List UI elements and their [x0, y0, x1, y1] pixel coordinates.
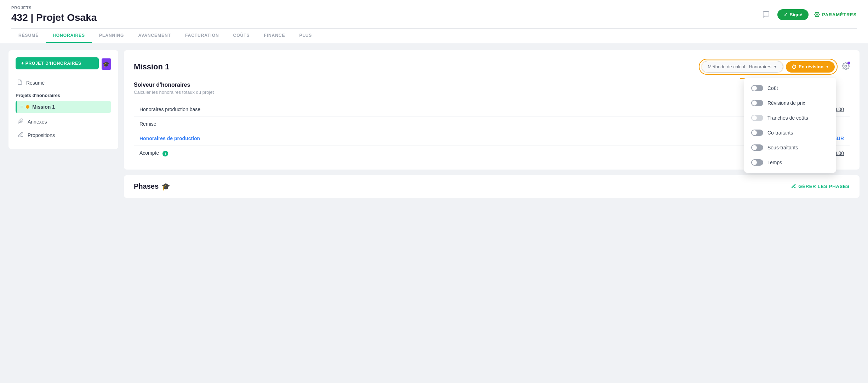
row-label: Acompte i — [134, 146, 564, 161]
tab-resume[interactable]: RÉSUMÉ — [11, 29, 46, 43]
mission-card: Mission 1 Méthode de calcul : Honoraires… — [124, 50, 860, 170]
table-row: Honoraires production base 200 000.00 — [134, 102, 850, 117]
document-icon — [17, 79, 23, 86]
gerer-phases-button[interactable]: GÉRER LES PHASES — [791, 183, 850, 189]
dropdown-menu: Coût Révisions de prix Tranches de coûts — [744, 78, 836, 173]
sidebar-item-propositions[interactable]: Propositions — [16, 128, 111, 142]
dropdown-item-cotraitants[interactable]: Co-traitants — [744, 125, 836, 140]
tab-facturation[interactable]: FACTURATION — [178, 29, 226, 43]
drag-handle-icon: ≡ — [20, 104, 23, 110]
puzzle-icon — [17, 118, 24, 125]
mission-header: Mission 1 Méthode de calcul : Honoraires… — [134, 59, 850, 75]
toggle-tranches[interactable] — [751, 115, 763, 121]
highlight-box: Méthode de calcul : Honoraires ▼ ⏱ En ré… — [699, 59, 838, 75]
sidebar: + PROJET D'HONORAIRES 🎓 Résumé Projets d… — [8, 50, 118, 149]
toggle-cotraitants[interactable] — [751, 130, 763, 136]
table-row: Acompte i 0.00 — [134, 146, 850, 161]
solveur-subtitle: Calculer les honoraires totaux du projet — [134, 90, 850, 95]
svg-point-3 — [845, 65, 847, 67]
check-icon: ✓ — [784, 12, 788, 17]
purple-notification-dot — [847, 62, 850, 64]
mission-status-dot — [26, 105, 29, 109]
honoraires-table: Honoraires production base 200 000.00 Re… — [134, 102, 850, 161]
phases-title-row: Phases 🎓 — [134, 182, 170, 191]
tab-honoraires[interactable]: HONORAIRES — [46, 29, 92, 43]
content-area: Mission 1 Méthode de calcul : Honoraires… — [124, 50, 860, 362]
en-revision-button[interactable]: ⏱ En révision ▼ — [786, 61, 835, 73]
dropdown-item-tranches[interactable]: Tranches de coûts — [744, 110, 836, 125]
phases-card: Phases 🎓 GÉRER LES PHASES — [124, 175, 860, 198]
page-title: 432 | Projet Osaka — [11, 12, 97, 23]
table-row: Remise — [134, 117, 850, 131]
dropdown-item-cout[interactable]: Coût — [744, 81, 836, 96]
tab-couts[interactable]: COÛTS — [226, 29, 257, 43]
tab-finance[interactable]: FINANCE — [257, 29, 292, 43]
page-header: PROJETS 432 | Projet Osaka ✓ Signé PARAM… — [0, 0, 868, 43]
main-layout: + PROJET D'HONORAIRES 🎓 Résumé Projets d… — [0, 43, 868, 370]
sidebar-projects-title: Projets d'honoraires — [16, 93, 111, 98]
mission-settings-button[interactable] — [842, 62, 850, 71]
tab-planning[interactable]: PLANNING — [92, 29, 131, 43]
sidebar-item-annexes[interactable]: Annexes — [16, 115, 111, 128]
phases-hat-icon: 🎓 — [161, 182, 170, 191]
tab-plus[interactable]: PLUS — [292, 29, 319, 43]
chat-icon[interactable] — [760, 9, 772, 20]
title-row: PROJETS 432 | Projet Osaka ✓ Signé PARAM… — [11, 6, 857, 28]
row-label-link[interactable]: Honoraires de production — [134, 131, 564, 146]
signed-button[interactable]: ✓ Signé — [777, 9, 809, 20]
row-label: Honoraires production base — [134, 102, 564, 117]
sidebar-item-mission1[interactable]: ≡ Mission 1 — [16, 101, 111, 113]
table-row: Honoraires de production 200 000.00 EUR — [134, 131, 850, 146]
pencil-icon-gerer — [791, 183, 796, 189]
chevron-down-icon: ▼ — [773, 65, 777, 69]
sidebar-item-resume[interactable]: Résumé — [16, 76, 111, 89]
chevron-down-icon-revision: ▼ — [826, 65, 829, 69]
dropdown-item-soustraitants[interactable]: Sous-traitants — [744, 140, 836, 155]
info-icon[interactable]: i — [162, 151, 168, 156]
add-project-button[interactable]: + PROJET D'HONORAIRES — [16, 57, 99, 69]
dropdown-item-revisions[interactable]: Révisions de prix — [744, 96, 836, 110]
breadcrumb: PROJETS — [11, 6, 97, 10]
graduation-hat-icon[interactable]: 🎓 — [102, 58, 111, 70]
gear-icon — [814, 12, 820, 17]
title-section: PROJETS 432 | Projet Osaka — [11, 6, 97, 23]
tab-avancement[interactable]: AVANCEMENT — [131, 29, 178, 43]
header-actions: ✓ Signé PARAMÈTRES — [760, 9, 857, 20]
sidebar-btn-row: + PROJET D'HONORAIRES 🎓 — [16, 57, 111, 71]
solveur-title: Solveur d'honoraires — [134, 82, 850, 88]
mission-title: Mission 1 — [134, 62, 169, 72]
svg-point-0 — [816, 14, 818, 15]
phases-title: Phases — [134, 182, 159, 190]
row-label: Remise — [134, 117, 564, 131]
dropdown-item-temps[interactable]: Temps — [744, 155, 836, 170]
pencil-icon — [17, 132, 24, 139]
solveur-section: Solveur d'honoraires Calculer les honora… — [134, 82, 850, 95]
toggle-revisions[interactable] — [751, 100, 763, 106]
methode-calcul-button[interactable]: Méthode de calcul : Honoraires ▼ — [702, 61, 783, 73]
nav-tabs: RÉSUMÉ HONORAIRES PLANNING AVANCEMENT FA… — [11, 28, 857, 43]
mission-controls: Méthode de calcul : Honoraires ▼ ⏱ En ré… — [699, 59, 850, 75]
params-button[interactable]: PARAMÈTRES — [814, 12, 857, 17]
toggle-cout[interactable] — [751, 85, 763, 91]
toggle-temps[interactable] — [751, 159, 763, 166]
clock-icon: ⏱ — [792, 64, 796, 70]
phases-header: Phases 🎓 GÉRER LES PHASES — [134, 182, 850, 191]
toggle-soustraitants[interactable] — [751, 144, 763, 151]
